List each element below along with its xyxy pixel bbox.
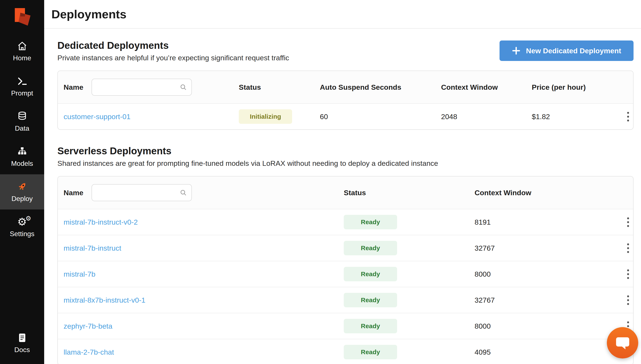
row-menu-button[interactable] xyxy=(624,215,632,229)
gear-icon: ⚙⚙ xyxy=(0,216,44,228)
plus-icon xyxy=(512,46,520,55)
context-window-value: 2048 xyxy=(441,112,532,121)
app-root: Home Prompt Data xyxy=(0,0,641,364)
row-menu-button[interactable] xyxy=(624,293,632,307)
deployment-row: zephyr-7b-beta Ready 8000 xyxy=(58,313,633,339)
deployment-link[interactable]: mistral-7b xyxy=(64,270,95,278)
column-header-price: Price (per hour) xyxy=(532,83,623,92)
sidebar: Home Prompt Data xyxy=(0,0,44,364)
context-window-value: 8000 xyxy=(475,322,623,330)
content: Dedicated Deployments Private instances … xyxy=(44,28,641,364)
brand-logo-icon xyxy=(11,5,33,28)
sidebar-item-data[interactable]: Data xyxy=(0,104,44,139)
row-menu-button[interactable] xyxy=(624,267,632,281)
context-window-value: 32767 xyxy=(475,296,623,304)
dedicated-deployments-table: Name Status Auto Suspend Seconds xyxy=(57,70,633,130)
column-header-context-window: Context Window xyxy=(475,188,623,197)
status-badge: Ready xyxy=(344,293,397,307)
document-icon xyxy=(0,332,44,343)
dedicated-deployments-section: Dedicated Deployments Private instances … xyxy=(57,40,633,130)
page-title: Deployments xyxy=(51,7,127,21)
search-icon xyxy=(179,83,187,91)
context-window-value: 4095 xyxy=(475,348,623,356)
status-badge: Ready xyxy=(344,319,397,333)
context-window-value: 8000 xyxy=(475,270,623,278)
column-header-status: Status xyxy=(344,188,475,197)
deployment-row: mistral-7b-instruct Ready 32767 xyxy=(58,235,633,261)
sidebar-item-label: Prompt xyxy=(11,89,33,97)
terminal-prompt-icon xyxy=(0,76,44,87)
app-logo[interactable] xyxy=(11,5,34,28)
sidebar-item-docs[interactable]: Docs xyxy=(0,326,44,360)
serverless-section-title: Serverless Deployments xyxy=(57,145,438,157)
dedicated-section-title: Dedicated Deployments xyxy=(57,40,289,51)
sidebar-item-prompt[interactable]: Prompt xyxy=(0,69,44,104)
status-badge: Ready xyxy=(344,267,397,281)
auto-suspend-value: 60 xyxy=(320,112,441,121)
serverless-deployments-table: Name Status Context Window xyxy=(57,176,633,364)
deployment-link[interactable]: mistral-7b-instruct-v0-2 xyxy=(64,218,138,226)
serverless-deployments-section: Serverless Deployments Shared instances … xyxy=(57,145,633,364)
deployment-link[interactable]: mistral-7b-instruct xyxy=(64,244,121,252)
deployment-link[interactable]: llama-2-7b-chat xyxy=(64,348,114,356)
home-icon xyxy=(0,40,44,52)
status-badge: Initializing xyxy=(239,109,292,124)
price-value: $1.82 xyxy=(532,112,623,121)
main-area: Deployments Dedicated Deployments Privat… xyxy=(44,0,641,364)
deployment-row: llama-2-7b-chat Ready 4095 xyxy=(58,339,633,364)
serverless-name-filter-input[interactable] xyxy=(92,184,192,201)
deployment-link[interactable]: zephyr-7b-beta xyxy=(64,322,112,330)
deployment-row: mistral-7b-instruct-v0-2 Ready 8191 xyxy=(58,209,633,235)
sidebar-item-settings[interactable]: ⚙⚙ Settings xyxy=(0,210,44,245)
sidebar-item-label: Home xyxy=(13,54,31,62)
status-badge: Ready xyxy=(344,241,397,255)
chat-launcher-button[interactable] xyxy=(607,327,638,358)
sidebar-item-models[interactable]: Models xyxy=(0,139,44,174)
sidebar-item-deploy[interactable]: Deploy xyxy=(0,174,44,210)
status-badge: Ready xyxy=(344,215,397,229)
deployment-row: mixtral-8x7b-instruct-v0-1 Ready 32767 xyxy=(58,287,633,313)
table-header-row: Name Status Auto Suspend Seconds xyxy=(58,71,633,103)
sidebar-item-label: Models xyxy=(11,160,33,168)
column-header-context-window: Context Window xyxy=(441,83,532,92)
row-menu-button[interactable] xyxy=(624,241,632,255)
models-tree-icon xyxy=(0,146,44,157)
context-window-value: 8191 xyxy=(475,218,623,226)
column-header-auto-suspend: Auto Suspend Seconds xyxy=(320,83,441,92)
column-header-status: Status xyxy=(239,83,320,92)
column-header-name: Name xyxy=(64,188,83,197)
row-menu-button[interactable] xyxy=(624,110,632,124)
search-icon xyxy=(179,189,187,196)
deployment-row: customer-support-01 Initializing 60 2048… xyxy=(58,103,633,129)
sidebar-item-label: Data xyxy=(15,124,30,132)
new-dedicated-deployment-label: New Dedicated Deployment xyxy=(526,47,621,55)
column-header-name: Name xyxy=(64,83,83,92)
deployment-link[interactable]: mixtral-8x7b-instruct-v0-1 xyxy=(64,296,145,304)
sidebar-item-label: Settings xyxy=(10,230,35,238)
deployment-row: mistral-7b Ready 8000 xyxy=(58,261,633,287)
dedicated-section-subtitle: Private instances are helpful if you’re … xyxy=(57,54,289,62)
page-header: Deployments xyxy=(44,0,641,28)
sidebar-item-label: Docs xyxy=(14,346,30,354)
new-dedicated-deployment-button[interactable]: New Dedicated Deployment xyxy=(500,40,633,61)
chat-bubble-icon xyxy=(615,335,630,351)
context-window-value: 32767 xyxy=(475,244,623,252)
sidebar-item-home[interactable]: Home xyxy=(0,34,44,69)
status-badge: Ready xyxy=(344,345,397,359)
dedicated-name-filter-input[interactable] xyxy=(92,79,192,96)
deployment-link[interactable]: customer-support-01 xyxy=(64,112,131,121)
serverless-section-subtitle: Shared instances are great for prompting… xyxy=(57,159,438,168)
database-icon xyxy=(0,111,44,122)
table-header-row: Name Status Context Window xyxy=(58,176,633,209)
